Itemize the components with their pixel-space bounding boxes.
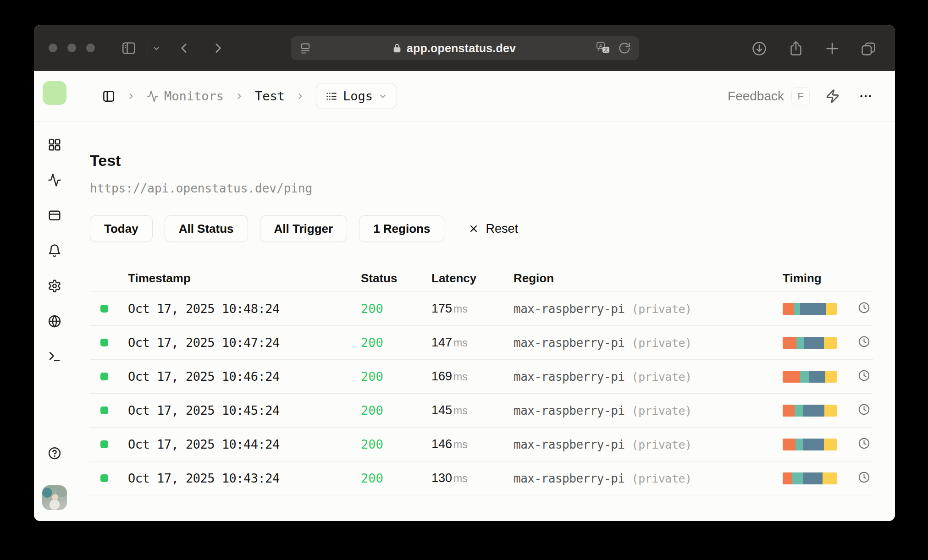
status-pages-card-icon[interactable] [48, 209, 61, 224]
chevron-down-icon [378, 92, 387, 101]
row-region-note: (private) [632, 404, 692, 417]
user-avatar[interactable] [42, 485, 67, 510]
new-tab-icon[interactable] [824, 41, 840, 56]
x-icon [468, 223, 479, 234]
table-bottom-divider [90, 495, 873, 495]
timing-bar[interactable] [783, 405, 837, 417]
share-icon[interactable] [788, 40, 804, 57]
breadcrumb-chevron-icon [235, 92, 244, 101]
downloads-icon[interactable] [751, 40, 768, 57]
table-row[interactable]: Oct 17, 2025 10:47:24 200 147ms max-rasp… [90, 325, 873, 359]
tab-overview-icon[interactable] [860, 40, 877, 57]
minimize-window-button[interactable] [67, 44, 76, 52]
cli-terminal-icon[interactable] [48, 350, 61, 365]
timing-segment-3 [803, 472, 823, 484]
col-timestamp: Timestamp [128, 271, 361, 288]
close-window-button[interactable] [49, 44, 57, 52]
timing-segment-4 [824, 405, 837, 417]
timing-segment-4 [825, 371, 837, 383]
col-latency: Latency [431, 271, 514, 288]
filter-status-button[interactable]: All Status [165, 215, 248, 242]
filter-date-button[interactable]: Today [90, 215, 153, 242]
traffic-lights[interactable] [49, 44, 95, 52]
row-region-note: (private) [632, 370, 692, 384]
timing-segment-1 [783, 472, 792, 484]
translate-icon[interactable]: A文 [596, 41, 611, 55]
table-header-row: Timestamp Status Latency Region Timing [90, 268, 873, 291]
row-latency-value: 146 [431, 437, 452, 451]
clock-icon[interactable] [858, 335, 870, 350]
row-timestamp: Oct 17, 2025 10:43:24 [128, 471, 361, 485]
clock-icon[interactable] [858, 302, 870, 316]
feedback-button[interactable]: Feedback F [728, 87, 810, 105]
table-row[interactable]: Oct 17, 2025 10:43:24 200 130ms max-rasp… [90, 461, 873, 495]
address-bar[interactable]: app.openstatus.dev A文 [291, 36, 639, 60]
row-region-note: (private) [632, 472, 692, 485]
timing-segment-2 [795, 439, 803, 450]
row-status-code: 200 [361, 403, 431, 417]
timing-segment-1 [783, 337, 796, 349]
reload-icon[interactable] [618, 42, 631, 55]
domains-globe-icon[interactable] [48, 314, 61, 330]
timing-segment-4 [826, 303, 837, 315]
app-sidebar-toggle-icon[interactable] [102, 89, 116, 103]
reset-filters-button[interactable]: Reset [468, 222, 518, 236]
workspace-logo[interactable] [43, 81, 66, 105]
row-timestamp: Oct 17, 2025 10:48:24 [128, 302, 361, 316]
log-table-body: Oct 17, 2025 10:48:24 200 175ms max-rasp… [90, 291, 873, 495]
row-timestamp: Oct 17, 2025 10:47:24 [128, 335, 361, 350]
table-row[interactable]: Oct 17, 2025 10:44:24 200 146ms max-rasp… [90, 427, 873, 461]
browser-sidebar-toggle-icon[interactable] [121, 40, 137, 56]
table-row[interactable]: Oct 17, 2025 10:46:24 200 169ms max-rasp… [90, 359, 873, 393]
clock-icon[interactable] [858, 369, 870, 384]
row-status-code: 200 [361, 369, 431, 384]
table-row[interactable]: Oct 17, 2025 10:45:24 200 145ms max-rasp… [90, 393, 873, 427]
activity-icon [147, 90, 159, 102]
row-region-note: (private) [632, 336, 692, 350]
filter-regions-button[interactable]: 1 Regions [359, 215, 444, 242]
clock-icon[interactable] [858, 403, 870, 417]
breadcrumb-monitors[interactable]: Monitors [147, 89, 224, 103]
timing-bar[interactable] [783, 337, 837, 349]
row-status-code: 200 [361, 471, 431, 485]
logs-dropdown-button[interactable]: Logs [316, 83, 397, 109]
zap-icon[interactable] [825, 89, 840, 104]
timing-segment-1 [783, 371, 800, 383]
clock-icon[interactable] [858, 437, 870, 451]
timing-segment-2 [796, 337, 804, 349]
app-header: Monitors Test Logs Feedback F [75, 71, 895, 121]
tab-group-chevron-icon[interactable] [152, 44, 160, 53]
col-region: Region [514, 271, 783, 288]
timing-segment-1 [783, 405, 795, 417]
page-format-icon[interactable] [299, 42, 312, 55]
dashboard-grid-icon[interactable] [48, 138, 61, 154]
timing-segment-3 [803, 405, 824, 417]
feedback-shortcut-badge: F [791, 87, 810, 105]
timing-bar[interactable] [783, 371, 837, 383]
clock-icon[interactable] [858, 471, 870, 485]
zoom-window-button[interactable] [86, 44, 95, 52]
row-region: max-raspberry-pi [514, 302, 624, 316]
timing-segment-2 [795, 405, 803, 417]
logs-button-label: Logs [343, 89, 373, 103]
more-options-icon[interactable] [858, 89, 873, 104]
timing-bar[interactable] [783, 303, 837, 315]
logs-table: Timestamp Status Latency Region Timing O… [90, 268, 873, 495]
help-circle-icon[interactable] [48, 446, 61, 462]
forward-icon[interactable] [210, 40, 226, 56]
breadcrumb-test[interactable]: Test [255, 89, 285, 103]
browser-window: app.openstatus.dev A文 [34, 25, 895, 521]
table-row[interactable]: Oct 17, 2025 10:48:24 200 175ms max-rasp… [90, 291, 873, 325]
breadcrumb-chevron-icon [296, 92, 305, 101]
timing-bar[interactable] [783, 439, 837, 450]
monitors-activity-icon[interactable] [48, 173, 61, 189]
settings-gear-icon[interactable] [48, 279, 61, 295]
notifications-bell-icon[interactable] [48, 244, 61, 259]
row-latency-unit: ms [453, 303, 468, 315]
status-ok-dot [100, 339, 108, 346]
back-icon[interactable] [176, 40, 192, 56]
filter-trigger-button[interactable]: All Trigger [260, 215, 348, 242]
row-region: max-raspberry-pi [514, 370, 624, 384]
timing-bar[interactable] [783, 472, 837, 484]
row-status-code: 200 [361, 335, 431, 350]
